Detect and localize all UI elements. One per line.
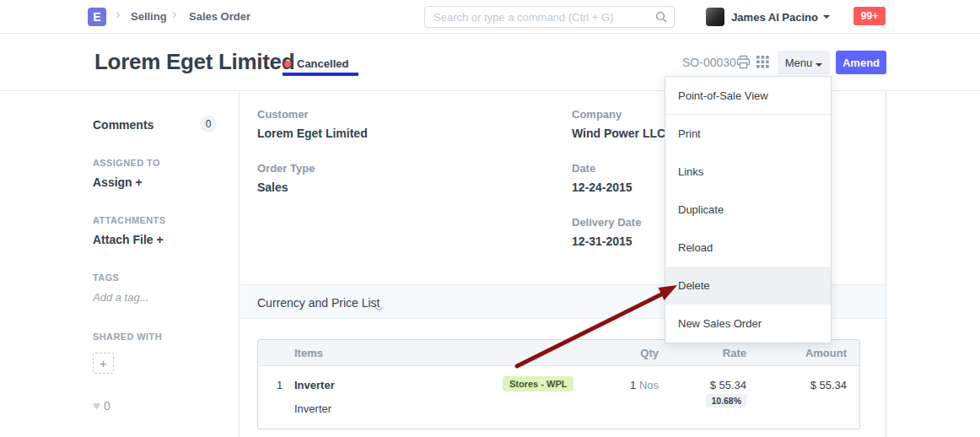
field-label-customer: Customer: [257, 108, 309, 121]
field-label-order-type: Order Type: [257, 162, 315, 175]
items-table-header: Items Qty Rate Amount: [258, 340, 859, 366]
attachments-label: ATTACHMENTS: [93, 215, 165, 225]
item-rate: $ 55.34: [710, 379, 746, 391]
column-header-rate: Rate: [723, 347, 746, 359]
chevron-down-icon: [816, 63, 822, 67]
sidebar-item-comments[interactable]: Comments: [93, 118, 153, 132]
status-dot-icon: [284, 61, 291, 67]
item-uom: Nos: [639, 379, 659, 391]
global-search: [424, 6, 675, 28]
menu-item-delete[interactable]: Delete: [665, 267, 831, 305]
section-title: Currency and Price List: [257, 296, 380, 310]
user-name: James Al Pacino: [731, 11, 818, 24]
column-header-qty: Qty: [640, 347, 659, 359]
menu-item-links[interactable]: Links: [665, 153, 831, 191]
tags-label: TAGS: [93, 272, 119, 283]
field-value-company[interactable]: Wind Power LLC: [572, 127, 665, 140]
menu-dropdown: Point-of-Sale View Print Links Duplicate…: [665, 76, 832, 343]
shared-with-label: SHARED WITH: [93, 332, 162, 342]
menu-item-print[interactable]: Print: [665, 115, 831, 153]
items-table: Items Qty Rate Amount 1 Inverter Stores …: [257, 339, 860, 429]
page-title: Lorem Eget Limited: [94, 49, 294, 75]
field-label-delivery-date: Delivery Date: [572, 216, 641, 229]
like-counter[interactable]: ♥0: [93, 398, 110, 413]
app-logo[interactable]: E: [88, 8, 106, 26]
user-menu[interactable]: James Al Pacino: [706, 7, 830, 27]
notifications-badge[interactable]: 99+: [853, 7, 886, 25]
menu-item-new-sales-order[interactable]: New Sales Order: [665, 305, 831, 343]
status-indicator: Cancelled: [284, 57, 348, 70]
comments-count-badge: 0: [200, 116, 217, 132]
field-value-customer[interactable]: Lorem Eget Limited: [257, 127, 368, 140]
document-id: SO-00030: [682, 56, 736, 69]
assigned-to-label: ASSIGNED TO: [93, 158, 160, 168]
item-amount: $ 55.34: [810, 379, 847, 391]
item-qty: 1 Nos: [630, 379, 659, 391]
field-label-date: Date: [572, 162, 595, 175]
item-margin-badge: 10.68%: [706, 394, 746, 407]
field-value-delivery-date[interactable]: 12-31-2015: [572, 235, 633, 248]
column-header-amount: Amount: [805, 347, 847, 359]
breadcrumb-module[interactable]: Selling: [131, 10, 167, 23]
field-value-order-type[interactable]: Sales: [257, 181, 288, 194]
item-name[interactable]: Inverter: [294, 379, 335, 391]
print-icon[interactable]: [736, 55, 751, 73]
sales-order-page: E › Selling › Sales Order James Al Pacin…: [0, 0, 980, 437]
content-right-divider: [886, 91, 886, 437]
menu-button[interactable]: Menu: [778, 51, 830, 74]
top-navbar: E › Selling › Sales Order James Al Pacin…: [0, 0, 980, 34]
sidebar-divider: [239, 91, 240, 437]
search-icon[interactable]: [655, 11, 667, 26]
warehouse-badge: Stores - WPL: [503, 376, 573, 391]
search-input[interactable]: [433, 8, 649, 26]
heart-icon[interactable]: ♥: [93, 398, 100, 413]
field-label-company: Company: [572, 108, 622, 121]
breadcrumb-chevron-icon: ›: [116, 6, 121, 23]
amend-button[interactable]: Amend: [836, 51, 886, 74]
add-tag-input[interactable]: Add a tag...: [93, 291, 149, 304]
menu-item-duplicate[interactable]: Duplicate: [665, 191, 831, 229]
annotation-underline: [283, 73, 358, 76]
chevron-down-icon: [823, 15, 830, 19]
row-index: 1: [277, 379, 283, 391]
avatar: [706, 8, 724, 26]
breadcrumb-chevron-icon: ›: [172, 6, 177, 23]
assign-button[interactable]: Assign +: [93, 175, 143, 189]
page-head: Lorem Eget Limited Cancelled SO-00030 Me…: [0, 34, 980, 91]
chevron-down-icon: [374, 300, 384, 316]
field-value-date[interactable]: 12-24-2015: [572, 181, 633, 194]
attach-file-button[interactable]: Attach File +: [93, 233, 164, 246]
apps-grid-icon[interactable]: [757, 56, 769, 72]
breadcrumb-doctype[interactable]: Sales Order: [189, 10, 250, 23]
item-description: Inverter: [294, 402, 331, 415]
status-badge: Cancelled: [297, 57, 348, 70]
likes-count: 0: [104, 399, 110, 413]
menu-item-pos-view[interactable]: Point-of-Sale View: [665, 77, 831, 115]
menu-item-reload[interactable]: Reload: [665, 229, 831, 267]
column-header-items: Items: [294, 347, 323, 359]
add-share-button[interactable]: +: [93, 353, 114, 374]
